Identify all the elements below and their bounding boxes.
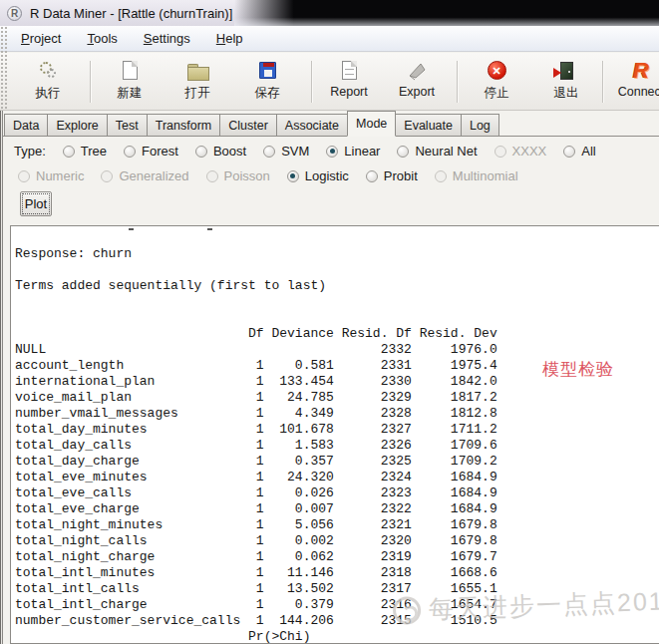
export-icon [385,58,449,83]
tab-transform[interactable]: Transform [147,114,221,137]
open-folder-icon [165,58,229,83]
radio-icon [435,170,447,182]
radio-label: All [581,144,595,159]
radio-probit[interactable]: Probit [366,168,418,183]
radio-icon [397,146,409,158]
radio-xxxx: XXXX [494,144,547,159]
model-check-annotation: 模型检验 [542,358,614,381]
toolbar-gripper [0,26,8,111]
radio-icon [206,170,218,182]
radio-label: SVM [281,144,309,159]
save-button[interactable]: 保存 [235,58,299,106]
radio-icon [366,170,378,182]
tab-mode[interactable]: Mode [347,111,396,137]
radio-icon [101,170,113,182]
radio-boost[interactable]: Boost [195,144,246,159]
radio-neural-net[interactable]: Neural Net [397,144,477,159]
model-output-text: Response: churn Terms added sequentially… [11,226,659,644]
connect-r-button[interactable]: R Connect [608,58,659,106]
radio-numeric: Numeric [18,168,84,183]
new-button[interactable]: 新建 [98,58,162,106]
tab-explore[interactable]: Explore [47,114,107,137]
radio-all[interactable]: All [563,144,595,159]
window-title: R Data Miner - [Rattle (churnTrain)] [30,6,232,21]
model-output-panel[interactable]: Response: churn Terms added sequentially… [10,225,659,644]
report-button[interactable]: Report [317,58,381,106]
radio-label: Neural Net [415,144,477,159]
toolbar-separator [602,61,603,103]
toolbar-separator [311,61,312,103]
radio-icon [124,146,136,158]
radio-icon [63,146,75,158]
menu-bar: Project Tools Settings Help [0,26,659,52]
report-icon [317,58,381,83]
radio-tree[interactable]: Tree [63,144,107,159]
radio-label: Boost [213,144,246,159]
quit-door-icon [534,58,598,83]
menu-settings[interactable]: Settings [135,28,199,49]
radio-label: Numeric [36,168,84,183]
radio-icon [195,146,207,158]
r-logo-icon: R [608,58,659,83]
tab-associate[interactable]: Associate [276,114,348,137]
radio-svm[interactable]: SVM [263,144,309,159]
export-button[interactable]: Export [385,58,449,106]
window-left-frame [0,111,4,644]
new-file-icon [98,58,162,83]
radio-linear[interactable]: Linear [326,144,380,159]
type-label: Type: [14,144,46,159]
app-icon: R [7,6,22,21]
open-button[interactable]: 打开 [165,58,229,106]
notebook-tabstrip: DataExploreTestTransformClusterAssociate… [5,112,499,137]
toolbar-separator [457,61,458,103]
clipped-text-fragment [207,228,212,230]
menu-help[interactable]: Help [207,28,252,49]
radio-label: Generalized [119,168,188,183]
quit-button[interactable]: 退出 [534,58,598,106]
tab-data[interactable]: Data [4,114,48,137]
menu-project[interactable]: Project [12,28,70,49]
execute-button[interactable]: 执行 [16,58,80,106]
save-floppy-icon [235,58,299,83]
radio-icon [263,146,275,158]
radio-label: Logistic [305,168,349,183]
tab-test[interactable]: Test [107,114,148,137]
tab-evaluate[interactable]: Evaluate [395,114,462,137]
menu-tools[interactable]: Tools [78,28,126,49]
radio-poisson: Poisson [206,168,270,183]
radio-label: Forest [142,144,178,159]
radio-icon [494,146,506,158]
radio-logistic[interactable]: Logistic [287,168,349,183]
title-bar: R R Data Miner - [Rattle (churnTrain)] [0,0,659,26]
radio-label: Tree [81,144,107,159]
radio-icon [18,170,30,182]
toolbar-separator [90,61,91,103]
radio-label: XXXX [512,144,547,159]
radio-generalized: Generalized [101,168,188,183]
radio-label: Probit [384,168,418,183]
radio-icon [287,170,299,182]
tab-log[interactable]: Log [461,114,499,137]
radio-label: Linear [344,144,380,159]
stop-icon: ✕ [488,61,506,80]
radio-forest[interactable]: Forest [124,144,178,159]
radio-icon [563,146,575,158]
model-subtype-row: NumericGeneralizedPoissonLogisticProbitM… [18,168,518,183]
radio-label: Multinomial [453,168,518,183]
radio-icon [326,146,338,158]
plot-button[interactable]: Plot [20,191,52,216]
radio-multinomial: Multinomial [435,168,518,183]
clipped-text-fragment [129,228,134,230]
toolbar: 执行 新建 打开 保存 Report Export ✕ 停止 退出 R Conn… [0,53,659,111]
model-type-row: Type: TreeForestBoostSVMLinearNeural Net… [14,144,596,159]
radio-label: Poisson [224,168,270,183]
execute-gears-icon [16,58,80,83]
tab-cluster[interactable]: Cluster [219,114,277,137]
stop-button[interactable]: ✕ 停止 [465,58,528,106]
